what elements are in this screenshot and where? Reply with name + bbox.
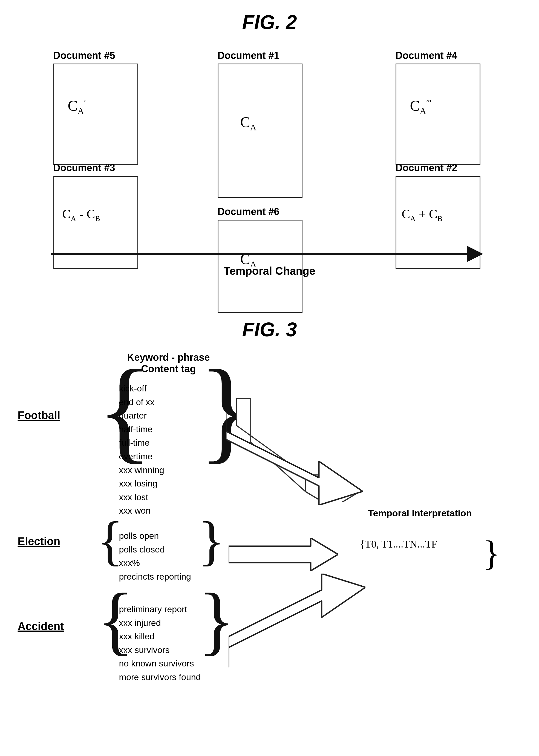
fig3-section: FIG. 3 Keyword - phrase Content tag Foot… — [0, 307, 539, 730]
doc3-content: CA - CB — [62, 207, 100, 223]
accident-arrow — [229, 574, 365, 678]
football-label: Football — [18, 409, 60, 422]
doc6-label: Document #6 — [218, 206, 279, 217]
svg-marker-4 — [229, 538, 338, 571]
doc1-label: Document #1 — [218, 50, 279, 61]
doc5-content: CA′ — [68, 97, 86, 116]
election-brace-right: } — [198, 527, 225, 554]
doc2-label: Document #2 — [396, 162, 457, 174]
doc4-box: CA′′′ — [396, 63, 480, 165]
svg-marker-3 — [226, 412, 363, 505]
election-arrow — [229, 538, 338, 571]
temporal-change-arrow — [51, 247, 483, 261]
doc1-box: CA — [218, 63, 302, 198]
doc4-content: CA′′′ — [410, 97, 432, 116]
fig2-section: FIG. 2 Document #5 CA′ Document #1 CA Do… — [0, 0, 539, 307]
fig3-content: Keyword - phrase Content tag Football { … — [10, 352, 530, 730]
t0-brace-right: } — [483, 533, 500, 574]
arrow-head — [467, 246, 483, 262]
arrow-line — [51, 253, 467, 255]
doc1-content: CA — [240, 114, 257, 132]
temporal-interp-label: Temporal Interpretation — [368, 508, 472, 519]
svg-marker-5 — [229, 574, 365, 667]
doc5-box: CA′ — [53, 63, 138, 165]
fig3-title: FIG. 3 — [0, 318, 539, 341]
election-keywords: polls open polls closed xxx% precincts r… — [119, 529, 191, 583]
doc2-content: CA + CB — [402, 207, 443, 223]
t0-content: {T0, T1....TN...TF — [360, 538, 437, 550]
doc3-label: Document #3 — [53, 162, 115, 174]
doc4-label: Document #4 — [396, 50, 457, 61]
football-big-arrow — [226, 401, 363, 505]
fig2-title: FIG. 2 — [0, 11, 539, 34]
football-keywords: kick-off end of xx quarter half-time ful… — [119, 382, 164, 518]
election-label: Election — [18, 535, 60, 547]
accident-label: Accident — [18, 620, 64, 632]
doc5-label: Document #5 — [53, 50, 115, 61]
accident-keywords: preliminary report xxx injured xxx kille… — [119, 603, 201, 684]
temporal-change-label: Temporal Change — [224, 265, 315, 277]
fig2-documents: Document #5 CA′ Document #1 CA Document … — [37, 44, 502, 291]
